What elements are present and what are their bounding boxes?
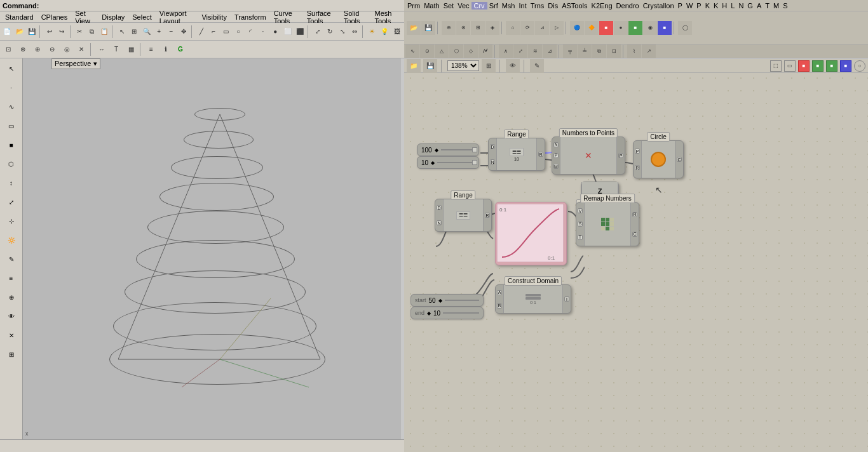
gh-tb-icon11[interactable]: ■ (599, 21, 613, 35)
tb-new[interactable]: 📄 (1, 25, 13, 39)
gh-tb-icon12[interactable]: ● (614, 21, 628, 35)
gh-menu-k2[interactable]: K (712, 2, 720, 10)
remap-port-r-out[interactable]: R (632, 212, 637, 217)
gh-r2-icon8[interactable]: ⤢ (513, 44, 527, 58)
ntp-port-p[interactable]: P (553, 153, 559, 158)
tb-rotate[interactable]: ↻ (324, 25, 336, 39)
tb-rect[interactable]: ▭ (220, 25, 231, 39)
construct-port-a[interactable]: A (497, 290, 502, 295)
side-transform[interactable]: ⤢ (3, 193, 20, 211)
slider-100[interactable]: 100 ◆ (417, 143, 479, 156)
gh-menu-crv[interactable]: Crv (471, 2, 487, 10)
gh-tb-save[interactable]: 💾 (421, 21, 435, 35)
side-layer[interactable]: ≡ (3, 269, 20, 287)
slider-10a-handle[interactable] (472, 160, 477, 165)
gh-tb-icon6[interactable]: ⟳ (520, 21, 534, 35)
gh-menu-crystallon[interactable]: Crystallon (641, 2, 676, 10)
gh-vp-r4[interactable]: ■ (812, 60, 824, 72)
gh-r2-icon2[interactable]: ⊙ (420, 44, 434, 58)
gh-r2-icon10[interactable]: ⊿ (543, 44, 557, 58)
gh-tb-icon9[interactable]: 🔵 (570, 21, 584, 35)
gh-r2-icon16[interactable]: ↗ (642, 44, 656, 58)
menu-transform[interactable]: Transform (231, 13, 270, 22)
gh-r2-icon7[interactable]: ∧ (499, 44, 513, 58)
slider-start[interactable]: start 50 ◆ (410, 294, 484, 307)
tb-text[interactable]: T (109, 43, 123, 56)
tb-redo[interactable]: ↪ (56, 25, 67, 39)
circle-port-p[interactable]: P (635, 149, 640, 154)
circle-port-r[interactable]: R (635, 165, 640, 170)
tb-move[interactable]: ⤢ (312, 25, 323, 39)
tb-polyline[interactable]: ⌐ (208, 25, 219, 39)
gh-menu-g[interactable]: G (745, 2, 755, 10)
gh-vp-r6[interactable]: ■ (840, 60, 851, 72)
side-curve[interactable]: ∿ (3, 98, 20, 116)
tb-zoom-in[interactable]: + (153, 25, 165, 39)
ntp-port-m[interactable]: M (553, 164, 559, 169)
tb-extr[interactable]: ⬛ (294, 25, 306, 39)
tb-save[interactable]: 💾 (26, 25, 37, 39)
tb-pt[interactable]: · (257, 25, 269, 39)
tb-scale[interactable]: ⤡ (337, 25, 348, 39)
gh-r2-icon4[interactable]: ⬡ (449, 44, 463, 58)
tb-copy[interactable]: ⧉ (86, 25, 97, 39)
gh-tb-icon15[interactable]: ■ (658, 21, 672, 35)
node-numbers-to-points[interactable]: Numbers to Points N P M ✕ P (552, 136, 625, 175)
gh-menu-l[interactable]: L (729, 2, 736, 10)
port-n[interactable]: N (490, 159, 495, 164)
gh-menu-math[interactable]: Math (422, 2, 441, 10)
node-circle[interactable]: Circle P R C (633, 140, 684, 178)
gh-r2-icon13[interactable]: ⧉ (592, 44, 606, 58)
remap-port-c-out[interactable]: C (632, 232, 637, 237)
node-range1[interactable]: D N ☰☰ 10 R Range (488, 138, 545, 171)
node-graph-mapper[interactable]: 0:1 0:1 (495, 202, 567, 265)
gh-r2-icon3[interactable]: △ (435, 44, 449, 58)
gh-menu-set[interactable]: Set (442, 2, 456, 10)
tb-sph[interactable]: ● (269, 25, 281, 39)
remap-port-s[interactable]: S (578, 222, 583, 227)
tb-ghoppr[interactable]: G (173, 43, 187, 56)
side-mesh[interactable]: ⬡ (3, 155, 20, 173)
node-range2[interactable]: Range D N ☰☰ R (435, 199, 492, 232)
gh-vp-zoom-ext[interactable]: ⊞ (482, 59, 496, 73)
gh-tb-icon3[interactable]: ⊞ (471, 21, 485, 35)
gh-menu-m[interactable]: M (771, 2, 781, 10)
tb-undo[interactable]: ↩ (44, 25, 55, 39)
gh-tb-icon16[interactable]: ◯ (678, 21, 692, 35)
ntp-port-n[interactable]: N (553, 142, 559, 147)
tb-line[interactable]: ╱ (196, 25, 207, 39)
gh-zoom-select[interactable]: 138% 100% 50% (447, 60, 479, 71)
gh-menu-prm[interactable]: Prm (405, 2, 422, 10)
tb-box[interactable]: ⬜ (281, 25, 293, 39)
range2-port-n[interactable]: N (437, 220, 442, 225)
side-analyze[interactable]: ⊹ (3, 212, 20, 230)
slider-100-handle[interactable] (472, 147, 477, 152)
slider-end[interactable]: end ◆ 10 (410, 307, 484, 319)
tb-arc[interactable]: ◜ (245, 25, 256, 39)
gh-menu-h[interactable]: H (720, 2, 729, 10)
gh-menu-dis[interactable]: Dis (546, 2, 560, 10)
gh-tb-icon4[interactable]: ◈ (485, 21, 499, 35)
tb-circle[interactable]: ○ (233, 25, 244, 39)
side-render[interactable]: 🔆 (3, 231, 20, 249)
menu-select[interactable]: Select (128, 13, 156, 22)
tb-snap-mid[interactable]: ⊖ (45, 43, 59, 56)
side-snap[interactable]: ⊞ (3, 345, 20, 363)
gh-vp-eye[interactable]: 👁 (506, 59, 520, 73)
side-visibility[interactable]: 👁 (3, 307, 20, 325)
menu-cplanes[interactable]: CPlanes (37, 13, 72, 22)
gh-vp-r2[interactable]: ▭ (784, 60, 796, 72)
gh-menu-n[interactable]: N (736, 2, 745, 10)
gh-tb-icon10[interactable]: 🔶 (585, 21, 599, 35)
tb-props[interactable]: ℹ (159, 43, 173, 56)
circle-port-c-out[interactable]: C (677, 157, 682, 162)
gh-vp-save[interactable]: 💾 (423, 59, 437, 73)
gh-tb-icon13[interactable]: ■ (628, 21, 642, 35)
slider-10a[interactable]: 10 ◆ (417, 156, 479, 169)
gh-tb-open[interactable]: 📂 (407, 21, 421, 35)
command-input[interactable] (41, 2, 168, 10)
node-remap-numbers[interactable]: Remap Numbers V S T (576, 202, 639, 246)
gh-menu-vec[interactable]: Vec (456, 2, 471, 10)
side-drafting[interactable]: ✎ (3, 250, 20, 268)
gh-r2-icon11[interactable]: ╤ (563, 44, 577, 58)
